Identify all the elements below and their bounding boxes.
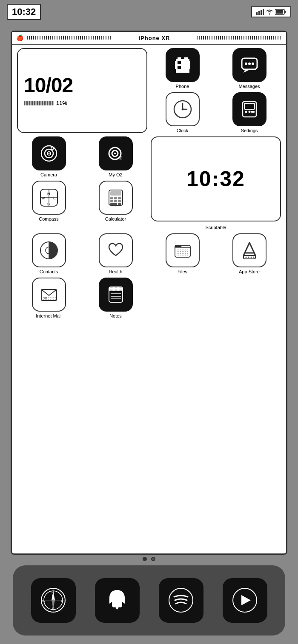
clock-widget[interactable]: 10:32	[151, 136, 281, 221]
svg-rect-0	[256, 12, 258, 15]
files-svg	[172, 239, 194, 261]
notes-label: Notes	[109, 313, 122, 318]
dock-youtube[interactable]	[223, 578, 267, 623]
svg-rect-50	[110, 200, 113, 202]
page-dots	[0, 557, 298, 561]
app-appstore[interactable]: App Store	[218, 233, 281, 274]
svg-rect-11	[181, 57, 184, 59]
iphone-frame: 🍎 iPhone XR 10/02 11%	[11, 31, 287, 555]
apple-icon: 🍎	[16, 34, 23, 41]
row-4: Internet Mail	[17, 278, 281, 318]
svg-rect-14	[176, 69, 189, 73]
svg-text:W: W	[41, 196, 45, 200]
svg-rect-13	[189, 61, 190, 69]
dock-safari[interactable]: N S W E	[31, 578, 76, 623]
svg-rect-59	[177, 250, 189, 255]
clock-svg	[172, 98, 194, 120]
settings-svg	[238, 98, 261, 120]
appstore-svg	[238, 239, 261, 261]
svg-text:N: N	[47, 192, 50, 196]
settings-icon-img	[232, 92, 266, 126]
svg-point-27	[248, 111, 250, 113]
app-clock[interactable]: Clock	[151, 92, 214, 133]
svg-rect-51	[114, 200, 117, 202]
app-messages[interactable]: Messages	[218, 48, 281, 89]
svg-text:N: N	[52, 590, 54, 594]
app-files[interactable]: Files	[151, 233, 214, 274]
app-myo2[interactable]: 2 My O2	[84, 136, 147, 177]
svg-text:W: W	[42, 599, 46, 603]
compass-svg: N S W E	[38, 187, 60, 209]
calculator-icon-img	[99, 181, 133, 215]
svg-rect-72	[41, 296, 57, 301]
svg-point-67	[250, 257, 252, 258]
spotify-icon	[167, 587, 195, 614]
scriptable-widget[interactable]: 10/02 11%	[17, 48, 147, 133]
phone-label: Phone	[176, 84, 189, 89]
row-1: 10/02 11%	[17, 48, 281, 133]
snapchat-icon	[103, 587, 131, 614]
row-3: Contacts Health	[17, 233, 281, 274]
dock-spotify[interactable]	[159, 578, 203, 623]
svg-rect-53	[110, 203, 117, 205]
svg-text:2: 2	[119, 155, 122, 160]
clock-widget-label: Scriptable	[151, 225, 281, 230]
svg-point-16	[245, 62, 247, 65]
svg-rect-46	[110, 191, 121, 196]
internetmail-icon-img	[32, 278, 66, 312]
titlebar-lines-left	[27, 36, 112, 40]
app-health[interactable]: Health	[84, 233, 147, 274]
settings-label: Settings	[241, 128, 258, 133]
status-bar: 10:32	[0, 0, 298, 23]
internetmail-label: Internet Mail	[36, 313, 62, 318]
svg-text:E: E	[61, 599, 63, 603]
phone-icon-img	[166, 48, 200, 82]
myo2-icon-img: 2	[99, 136, 133, 170]
svg-rect-75	[109, 287, 123, 291]
app-compass[interactable]: N S W E Compass	[17, 181, 80, 221]
messages-icon-img	[232, 48, 266, 82]
app-phone[interactable]: Phone	[151, 48, 214, 89]
status-time: 10:32	[7, 4, 41, 20]
myo2-svg: 2	[105, 142, 127, 165]
scriptable-date: 10/02	[24, 75, 140, 96]
wifi-icon	[266, 9, 273, 15]
svg-rect-2	[261, 10, 262, 15]
svg-rect-6	[276, 10, 283, 14]
app-calculator[interactable]: Calculator	[84, 181, 147, 221]
svg-point-65	[245, 257, 246, 258]
svg-rect-1	[258, 11, 260, 15]
app-internetmail[interactable]: Internet Mail	[17, 278, 80, 318]
app-grid: 10/02 11%	[12, 45, 286, 322]
svg-rect-3	[263, 9, 264, 15]
svg-text:E: E	[53, 196, 56, 200]
myo2-label: My O2	[109, 172, 122, 177]
progress-bar	[24, 101, 54, 105]
svg-point-68	[253, 257, 254, 258]
svg-rect-54	[118, 203, 121, 205]
files-label: Files	[178, 269, 187, 274]
app-camera[interactable]: Camera	[17, 136, 80, 177]
app-contacts[interactable]: Contacts	[17, 233, 80, 274]
app-notes[interactable]: Notes	[84, 278, 147, 318]
calculator-svg	[105, 187, 127, 209]
clock-icon-img	[166, 92, 200, 126]
titlebar-lines-right	[197, 36, 282, 40]
health-icon-img	[99, 233, 133, 267]
compass-icon-img: N S W E	[32, 181, 66, 215]
row-2: Camera 2 My O2 10:32	[17, 136, 281, 230]
app-settings[interactable]: Settings	[218, 92, 281, 133]
dock: N S W E	[13, 565, 285, 635]
battery-icon	[275, 9, 286, 15]
appstore-icon-img	[232, 233, 266, 267]
signal-icon	[256, 9, 264, 15]
svg-point-33	[51, 147, 54, 150]
svg-point-91	[169, 588, 193, 612]
svg-rect-48	[114, 197, 117, 199]
health-label: Health	[109, 269, 123, 274]
svg-point-17	[248, 62, 251, 65]
svg-rect-52	[118, 200, 121, 202]
svg-rect-28	[251, 111, 255, 113]
svg-rect-47	[110, 197, 113, 199]
dock-snapchat[interactable]	[95, 578, 140, 623]
